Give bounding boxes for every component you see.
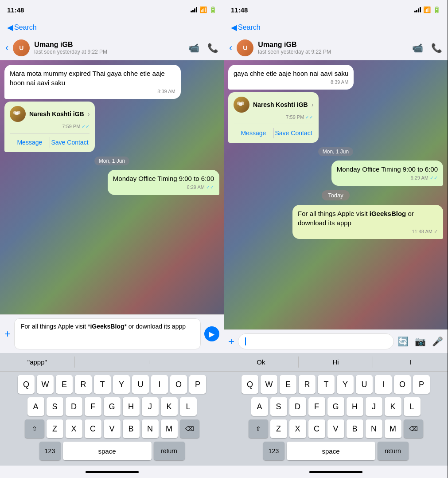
left-autocomplete-2[interactable]: [75, 360, 150, 364]
right-key-q[interactable]: Q: [242, 375, 258, 394]
key-t[interactable]: T: [94, 375, 111, 394]
right-key-j[interactable]: J: [366, 397, 382, 416]
key-r[interactable]: R: [75, 375, 92, 394]
left-contact-name[interactable]: Umang iGB: [34, 41, 184, 49]
left-contact-chevron: ›: [88, 110, 90, 118]
right-key-s[interactable]: S: [270, 397, 287, 416]
key-f[interactable]: F: [85, 397, 101, 416]
key-shift[interactable]: ⇧: [25, 419, 44, 438]
left-save-contact-action[interactable]: Save Contact: [50, 137, 90, 148]
right-key-z[interactable]: Z: [270, 419, 287, 438]
key-return[interactable]: return: [154, 442, 185, 460]
right-key-shift[interactable]: ⇧: [249, 419, 268, 438]
right-key-a[interactable]: A: [251, 397, 268, 416]
left-input-text-bold: iGeeksBlog: [90, 323, 124, 330]
right-key-n[interactable]: N: [366, 419, 382, 438]
right-key-d[interactable]: D: [289, 397, 306, 416]
key-k[interactable]: K: [161, 397, 178, 416]
right-key-t[interactable]: T: [318, 375, 335, 394]
right-key-i[interactable]: I: [375, 375, 392, 394]
right-key-g[interactable]: G: [327, 397, 344, 416]
right-message-action[interactable]: Message: [234, 128, 273, 138]
left-search-back[interactable]: ◀: [7, 23, 13, 32]
right-autocomplete-1[interactable]: Ok: [224, 357, 299, 368]
right-contact-avatar[interactable]: U: [237, 39, 253, 56]
key-p[interactable]: P: [189, 375, 206, 394]
right-key-x[interactable]: X: [289, 419, 306, 438]
key-backspace[interactable]: ⌫: [180, 419, 199, 438]
key-m[interactable]: M: [161, 419, 178, 438]
key-a[interactable]: A: [27, 397, 44, 416]
key-i[interactable]: I: [151, 375, 168, 394]
right-mic-icon[interactable]: 🎤: [432, 336, 443, 347]
left-search-label[interactable]: Search: [14, 24, 37, 31]
key-space[interactable]: space: [63, 442, 152, 460]
right-key-f[interactable]: F: [308, 397, 325, 416]
left-contact-avatar[interactable]: U: [13, 39, 30, 56]
right-key-return[interactable]: return: [378, 442, 409, 460]
key-s[interactable]: S: [47, 397, 63, 416]
key-l[interactable]: L: [180, 397, 197, 416]
right-save-contact-action[interactable]: Save Contact: [273, 128, 314, 138]
right-input-row: + 🔄 📷 🎤: [228, 333, 443, 349]
left-video-icon[interactable]: 📹: [188, 43, 199, 53]
right-camera-icon[interactable]: 📷: [415, 336, 426, 347]
right-key-u[interactable]: U: [356, 375, 373, 394]
left-input-box[interactable]: For all things Apple visit *iGeeksBlog* …: [14, 318, 201, 349]
left-message-action[interactable]: Message: [10, 137, 50, 148]
right-key-r[interactable]: R: [299, 375, 316, 394]
right-plus-icon[interactable]: +: [228, 335, 234, 348]
key-g[interactable]: G: [104, 397, 121, 416]
key-x[interactable]: X: [66, 419, 82, 438]
right-autocomplete-3[interactable]: I: [373, 357, 448, 368]
right-key-123[interactable]: 123: [263, 442, 284, 460]
right-msg-1-text: gaya chhe etle aaje hoon nai aavi saku: [234, 70, 348, 77]
key-e[interactable]: E: [56, 375, 73, 394]
right-time: 11:48: [231, 6, 248, 14]
key-q[interactable]: Q: [18, 375, 35, 394]
right-contact-name[interactable]: Umang iGB: [258, 41, 408, 49]
right-back-button[interactable]: ‹: [229, 42, 232, 54]
right-sent-bubble: Monday Office Timing 9:00 to 6:00 6:29 A…: [331, 161, 443, 185]
right-key-o[interactable]: O: [394, 375, 411, 394]
left-autocomplete-1[interactable]: "appp": [0, 357, 75, 368]
left-back-button[interactable]: ‹: [5, 42, 8, 54]
key-123[interactable]: 123: [39, 442, 61, 460]
key-z[interactable]: Z: [47, 419, 63, 438]
right-key-c[interactable]: C: [308, 419, 325, 438]
key-h[interactable]: H: [123, 397, 140, 416]
right-key-k[interactable]: K: [385, 397, 401, 416]
right-key-m[interactable]: M: [385, 419, 401, 438]
right-key-p[interactable]: P: [413, 375, 430, 394]
left-send-button[interactable]: ▶: [204, 326, 219, 341]
left-phone-icon[interactable]: 📞: [207, 43, 218, 53]
key-y[interactable]: Y: [113, 375, 130, 394]
right-phone-icon[interactable]: 📞: [431, 43, 442, 53]
right-key-v[interactable]: V: [327, 419, 344, 438]
right-search-label[interactable]: Search: [238, 24, 261, 31]
right-key-b[interactable]: B: [347, 419, 363, 438]
key-j[interactable]: J: [142, 397, 159, 416]
right-video-icon[interactable]: 📹: [412, 43, 423, 53]
key-n[interactable]: N: [142, 419, 159, 438]
right-search-back[interactable]: ◀: [231, 23, 237, 32]
left-plus-icon[interactable]: +: [4, 328, 11, 340]
left-autocomplete-3[interactable]: [149, 360, 224, 364]
key-v[interactable]: V: [104, 419, 121, 438]
right-key-l[interactable]: L: [404, 397, 421, 416]
key-w[interactable]: W: [37, 375, 54, 394]
right-key-y[interactable]: Y: [337, 375, 354, 394]
right-sticker-icon[interactable]: 🔄: [397, 336, 409, 347]
right-input-box[interactable]: [238, 333, 394, 349]
right-key-e[interactable]: E: [280, 375, 296, 394]
key-o[interactable]: O: [170, 375, 187, 394]
right-key-space[interactable]: space: [287, 442, 375, 460]
right-key-h[interactable]: H: [347, 397, 363, 416]
key-d[interactable]: D: [66, 397, 82, 416]
key-u[interactable]: U: [132, 375, 149, 394]
key-b[interactable]: B: [123, 419, 140, 438]
right-key-backspace[interactable]: ⌫: [404, 419, 423, 438]
right-autocomplete-2[interactable]: Hi: [299, 357, 374, 368]
key-c[interactable]: C: [85, 419, 101, 438]
right-key-w[interactable]: W: [261, 375, 277, 394]
